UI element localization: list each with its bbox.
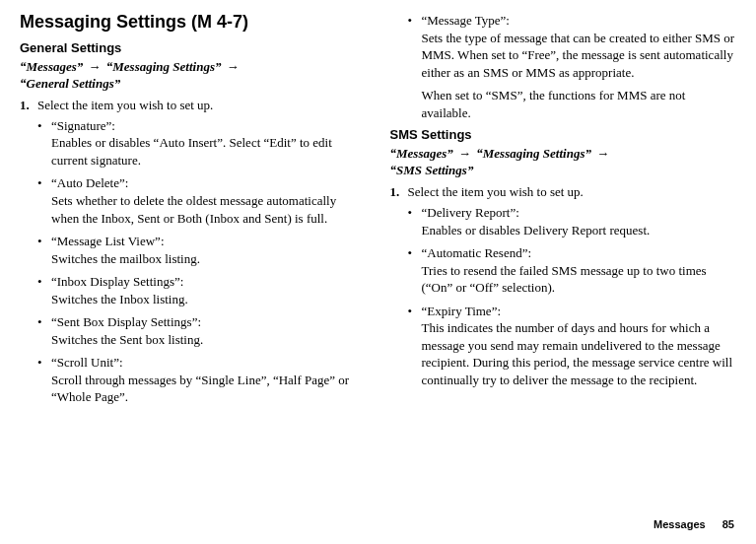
general-nav-path: “Messages” → “Messaging Settings” → “Gen… [20, 59, 367, 93]
general-step: 1. Select the item you wish to set up. [20, 98, 367, 113]
nav-segment: “Messages” [390, 146, 453, 161]
general-bullet-list: • “Signature”: Enables or disables “Auto… [20, 117, 367, 406]
item-desc: This indicates the number of days and ho… [422, 320, 733, 387]
sms-step: 1. Select the item you wish to set up. [390, 184, 737, 200]
item-desc: Switches the mailbox listing. [51, 251, 200, 266]
bullet-icon: • [408, 303, 422, 389]
item-title: “Inbox Display Settings”: [51, 274, 183, 289]
list-item: • “Auto Delete”: Sets whether to delete … [37, 174, 367, 227]
item-desc: Scroll through messages by “Single Line”… [51, 373, 349, 405]
item-desc: Switches the Sent box listing. [51, 332, 203, 347]
bullet-icon: • [37, 273, 51, 307]
message-type-continuation: When set to “SMS”, the functions for MMS… [422, 87, 737, 121]
item-title: “Automatic Resend”: [422, 245, 532, 260]
bullet-icon: • [37, 117, 51, 170]
bullet-icon: • [408, 204, 422, 238]
footer-section-label: Messages [653, 518, 706, 530]
list-item: • “Automatic Resend”: Tries to resend th… [408, 244, 737, 297]
message-type-list: • “Message Type”: Sets the type of messa… [390, 12, 737, 81]
arrow-icon: → [225, 59, 241, 74]
item-desc: Sets the type of message that can be cre… [422, 31, 735, 80]
footer-page-number: 85 [722, 518, 734, 530]
step-text: Select the item you wish to set up. [37, 98, 213, 113]
bullet-icon: • [408, 244, 422, 297]
item-title: “Signature”: [51, 118, 115, 133]
arrow-icon: → [87, 59, 103, 74]
nav-segment: “Messages” [20, 59, 83, 74]
item-title: “Expiry Time”: [422, 304, 502, 318]
arrow-icon: → [594, 146, 611, 161]
arrow-icon: → [456, 146, 473, 161]
item-title: “Auto Delete”: [51, 175, 128, 190]
list-item: • “Inbox Display Settings”: Switches the… [37, 273, 367, 307]
list-item: • “Signature”: Enables or disables “Auto… [37, 117, 367, 170]
sms-settings-heading: SMS Settings [390, 127, 737, 142]
step-number: 1. [20, 98, 37, 113]
page-title: Messaging Settings (M 4-7) [20, 12, 367, 33]
list-item: • “Scroll Unit”: Scroll through messages… [37, 354, 367, 406]
item-desc: Sets whether to delete the oldest messag… [51, 193, 336, 226]
item-title: “Scroll Unit”: [51, 355, 123, 370]
item-desc: Enables or disables “Auto Insert”. Selec… [51, 135, 332, 168]
bullet-icon: • [37, 354, 51, 406]
general-settings-heading: General Settings [20, 40, 367, 55]
list-item: • “Sent Box Display Settings”: Switches … [37, 313, 367, 348]
bullet-icon: • [408, 12, 422, 81]
list-item: • “Delivery Report”: Enables or disables… [408, 204, 737, 238]
sms-bullet-list: • “Delivery Report”: Enables or disables… [390, 204, 737, 388]
step-number: 1. [390, 184, 408, 200]
item-title: “Message List View”: [51, 234, 165, 248]
bullet-icon: • [37, 233, 51, 267]
list-item: • “Message Type”: Sets the type of messa… [408, 12, 737, 81]
step-text: Select the item you wish to set up. [408, 184, 584, 200]
nav-segment: “Messaging Settings” [106, 59, 222, 74]
list-item: • “Message List View”: Switches the mail… [37, 233, 367, 267]
nav-segment: “Messaging Settings” [476, 146, 591, 161]
item-title: “Sent Box Display Settings”: [51, 314, 201, 329]
nav-segment: “SMS Settings” [390, 163, 474, 177]
nav-segment: “General Settings” [20, 76, 120, 91]
item-desc: Switches the Inbox listing. [51, 292, 188, 306]
item-title: “Message Type”: [422, 13, 510, 28]
page-footer: Messages 85 [653, 518, 734, 530]
item-title: “Delivery Report”: [422, 205, 519, 220]
sms-nav-path: “Messages” → “Messaging Settings” → “SMS… [390, 146, 737, 179]
bullet-icon: • [37, 313, 51, 348]
item-desc: Enables or disables Delivery Report requ… [422, 223, 651, 238]
bullet-icon: • [37, 174, 51, 227]
item-desc: Tries to resend the failed SMS message u… [422, 263, 707, 296]
list-item: • “Expiry Time”: This indicates the numb… [408, 303, 737, 389]
